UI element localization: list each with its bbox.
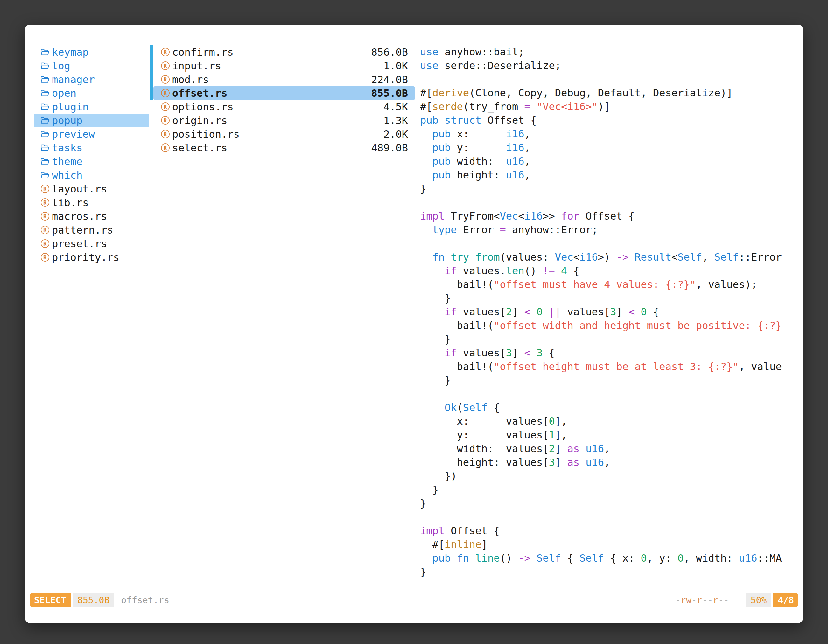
code-preview: use anyhow::bail;use serde::Deserialize;… [420,45,803,579]
code-line: use serde::Deserialize; [420,59,803,72]
rust-file-icon: R [40,212,50,221]
item-label: open [52,87,76,99]
file-manager-window: keymaplogmanageropenpluginpopuppreviewta… [25,25,803,623]
item-label: tasks [52,142,82,154]
item-label: theme [52,155,82,168]
code-line: } [420,565,803,579]
code-line: pub width: u16, [420,155,803,168]
file-row-position-rs[interactable]: Rposition.rs2.0K [154,127,415,141]
code-line: } [420,497,803,510]
current-pane: Rconfirm.rs856.0BRinput.rs1.0KRmod.rs224… [149,42,415,588]
item-label: log [52,60,70,72]
sidebar-item-keymap[interactable]: keymap [34,45,149,59]
folder-open-icon [40,157,50,166]
file-size: 4.5K [383,101,408,113]
rust-file-icon: R [40,239,50,249]
folder-open-icon [40,61,50,71]
file-size: 224.0B [371,74,408,86]
permissions: -rw-r--r-- [675,595,729,605]
sidebar-item-theme[interactable]: theme [34,155,149,168]
file-name: confirm.rs [172,46,234,58]
folder-open-icon [40,88,50,98]
code-line: x: values[0], [420,415,803,428]
code-line: y: values[1], [420,428,803,442]
code-line: if values[2] < 0 || values[3] < 0 { [420,305,803,319]
rust-file-icon: R [160,116,170,125]
file-row-input-rs[interactable]: Rinput.rs1.0K [154,59,415,72]
status-filename: offset.rs [121,595,169,605]
file-size-badge: 855.0B [73,593,114,607]
code-line: Ok(Self { [420,401,803,415]
code-line: fn try_from(values: Vec<i16>) -> Result<… [420,251,803,264]
sidebar-item-preset-rs[interactable]: Rpreset.rs [34,237,149,251]
code-line: pub height: u16, [420,168,803,182]
code-line [420,510,803,524]
file-name: select.rs [172,142,227,154]
sidebar-item-tasks[interactable]: tasks [34,141,149,155]
file-row-origin-rs[interactable]: Rorigin.rs1.3K [154,114,415,127]
rust-file-icon: R [40,253,50,262]
sidebar-item-priority-rs[interactable]: Rpriority.rs [34,251,149,264]
folder-open-icon [40,116,50,125]
cursor-position-badge: 4/8 [773,593,798,607]
scroll-percent-badge: 50% [746,593,772,607]
rust-file-icon: R [40,198,50,207]
sidebar-item-plugin[interactable]: plugin [34,100,149,114]
code-line: type Error = anyhow::Error; [420,223,803,237]
sidebar-item-pattern-rs[interactable]: Rpattern.rs [34,223,149,237]
rust-file-icon: R [160,130,170,139]
mode-badge: SELECT [30,593,71,607]
rust-file-icon: R [160,75,170,84]
code-line: bail!("offset must have 4 values: {:?}",… [420,278,803,291]
sidebar-item-macros-rs[interactable]: Rmacros.rs [34,209,149,223]
item-label: macros.rs [52,210,107,223]
file-row-select-rs[interactable]: Rselect.rs489.0B [154,141,415,155]
file-name: offset.rs [172,87,227,99]
sidebar-item-popup[interactable]: popup [34,114,149,127]
file-name: input.rs [172,60,221,72]
sidebar-item-open[interactable]: open [34,86,149,100]
code-line: #[derive(Clone, Copy, Debug, Default, De… [420,86,803,100]
folder-open-icon [40,47,50,57]
code-line: } [420,182,803,196]
sidebar-item-preview[interactable]: preview [34,127,149,141]
sidebar-item-log[interactable]: log [34,59,149,72]
item-label: pattern.rs [52,224,113,236]
parent-pane: keymaplogmanageropenpluginpopuppreviewta… [25,42,149,588]
file-size: 1.0K [383,60,408,72]
file-row-offset-rs[interactable]: Roffset.rs855.0B [154,86,415,100]
item-label: keymap [52,46,89,58]
item-label: manager [52,74,95,86]
code-line [420,72,803,86]
file-rows: Rconfirm.rs856.0BRinput.rs1.0KRmod.rs224… [154,45,415,155]
sidebar-item-which[interactable]: which [34,168,149,182]
item-label: layout.rs [52,183,107,195]
sidebar-item-manager[interactable]: manager [34,72,149,86]
sidebar-item-lib-rs[interactable]: Rlib.rs [34,196,149,209]
code-line: pub fn line() -> Self { Self { x: 0, y: … [420,552,803,565]
status-bar-right: -rw-r--r-- 50% 4/8 [675,593,798,607]
file-size: 856.0B [371,46,408,58]
file-size: 2.0K [383,128,408,140]
file-name: origin.rs [172,114,227,127]
item-label: preset.rs [52,238,107,250]
file-size: 855.0B [371,87,408,99]
file-row-mod-rs[interactable]: Rmod.rs224.0B [154,72,415,86]
file-row-options-rs[interactable]: Roptions.rs4.5K [154,100,415,114]
code-line: }) [420,469,803,483]
item-label: preview [52,128,95,140]
code-line [420,387,803,401]
rust-file-icon: R [160,47,170,57]
file-row-confirm-rs[interactable]: Rconfirm.rs856.0B [154,45,415,59]
file-size: 1.3K [383,114,408,127]
sidebar-item-layout-rs[interactable]: Rlayout.rs [34,182,149,196]
rust-file-icon: R [160,61,170,71]
code-line [420,196,803,209]
file-name: mod.rs [172,74,209,86]
item-label: plugin [52,101,89,113]
folder-open-icon [40,143,50,153]
rust-file-icon: R [160,88,170,98]
code-line: bail!("offset height must be at least 3:… [420,360,803,373]
code-line: height: values[3] as u16, [420,456,803,469]
code-line: use anyhow::bail; [420,45,803,59]
